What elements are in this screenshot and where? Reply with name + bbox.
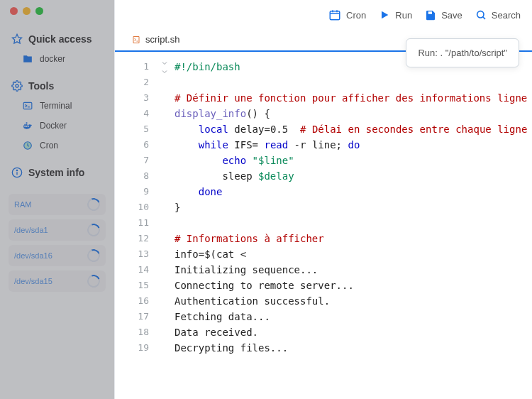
sidebar-item-label: Terminal xyxy=(40,101,72,111)
tools-header: Tools xyxy=(0,69,114,96)
quick-access-header: Quick access xyxy=(0,18,114,49)
line-number: 14 xyxy=(115,262,149,278)
metric-ram[interactable]: RAM xyxy=(9,194,106,215)
code-line[interactable]: Data received. xyxy=(174,324,532,340)
line-number: 4 xyxy=(115,106,149,121)
line-number: 13 xyxy=(115,246,149,262)
code-line[interactable]: done xyxy=(174,184,532,200)
svg-point-8 xyxy=(16,170,17,170)
tab-script-sh[interactable]: script.sh xyxy=(123,28,188,50)
line-number: 1 xyxy=(115,59,149,75)
minimize-window-button[interactable] xyxy=(23,7,31,15)
line-number-gutter: 12345678910111213141516171819 xyxy=(115,59,155,399)
main-panel: Cron Run Save Search script.sh 123456789… xyxy=(115,0,532,399)
tools-title: Tools xyxy=(28,80,54,92)
line-number: 6 xyxy=(115,137,149,153)
svg-rect-9 xyxy=(330,11,340,20)
line-number: 5 xyxy=(115,121,149,137)
line-number: 19 xyxy=(115,340,149,356)
svg-marker-0 xyxy=(12,34,21,43)
folder-icon xyxy=(23,54,33,64)
metric-label: RAM xyxy=(14,200,31,209)
chevron-down-icon xyxy=(160,67,169,76)
run-button[interactable]: Run xyxy=(379,9,412,21)
code-line[interactable]: Authentication successful. xyxy=(174,293,532,309)
code-line[interactable]: Initializing sequence... xyxy=(174,262,532,278)
tooltip-text: Run: . "/path/to/script" xyxy=(418,48,507,58)
code-editor[interactable]: 12345678910111213141516171819 #!/bin/bas… xyxy=(115,52,532,399)
maximize-window-button[interactable] xyxy=(35,7,43,15)
code-line[interactable] xyxy=(174,75,532,90)
code-line[interactable]: Fetching data... xyxy=(174,309,532,324)
line-number: 15 xyxy=(115,278,149,293)
metric-label: /dev/sda1 xyxy=(14,226,48,234)
code-line[interactable]: # Définir une fonction pour afficher des… xyxy=(174,90,532,106)
code-line[interactable]: echo "$line" xyxy=(174,153,532,168)
donut-icon xyxy=(85,247,102,264)
line-number: 8 xyxy=(115,168,149,184)
shell-file-icon xyxy=(132,35,140,44)
code-line[interactable]: Connecting to remote server... xyxy=(174,278,532,293)
system-info-header: System info xyxy=(0,155,114,182)
svg-line-15 xyxy=(482,17,484,19)
code-line[interactable]: display_info() { xyxy=(174,106,532,121)
clock-icon xyxy=(23,141,33,151)
play-icon xyxy=(379,9,390,21)
code-line[interactable]: local delay=0.5 # Délai en secondes entr… xyxy=(174,121,532,137)
run-tooltip: Run: . "/path/to/script" xyxy=(406,38,519,67)
metric-label: /dev/sda16 xyxy=(14,251,52,260)
metric-sda15[interactable]: /dev/sda15 xyxy=(9,270,106,292)
sidebar-item-docker-folder[interactable]: docker xyxy=(0,49,114,69)
code-line[interactable]: # Informations à afficher xyxy=(174,231,532,246)
sidebar-item-label: docker xyxy=(40,54,65,64)
fold-column xyxy=(155,59,174,399)
code-line[interactable]: info=$(cat < xyxy=(174,246,532,262)
line-number: 16 xyxy=(115,293,149,309)
donut-icon xyxy=(85,196,102,213)
save-icon xyxy=(425,9,436,21)
code-line[interactable]: } xyxy=(174,200,532,215)
search-button[interactable]: Search xyxy=(475,9,521,21)
line-number: 18 xyxy=(115,324,149,340)
search-icon xyxy=(475,9,487,21)
system-info-metrics: RAM /dev/sda1 /dev/sda16 /dev/sda15 xyxy=(0,182,114,292)
fold-toggle[interactable] xyxy=(155,59,174,67)
save-button[interactable]: Save xyxy=(425,9,462,21)
chevron-down-icon xyxy=(160,59,169,67)
code-content[interactable]: #!/bin/bash# Définir une fonction pour a… xyxy=(174,59,532,399)
toolbar-label: Run xyxy=(395,10,412,21)
donut-icon xyxy=(85,222,102,239)
close-window-button[interactable] xyxy=(10,7,18,15)
line-number: 11 xyxy=(115,215,149,231)
sidebar-item-docker[interactable]: Docker xyxy=(0,116,114,136)
metric-sda1[interactable]: /dev/sda1 xyxy=(9,219,106,241)
toolbar-label: Cron xyxy=(346,10,366,21)
sidebar-item-cron[interactable]: Cron xyxy=(0,136,114,155)
line-number: 12 xyxy=(115,231,149,246)
metric-label: /dev/sda15 xyxy=(14,277,52,285)
cron-button[interactable]: Cron xyxy=(328,9,366,21)
line-number: 17 xyxy=(115,309,149,324)
terminal-icon xyxy=(23,101,33,111)
sidebar-item-label: Docker xyxy=(40,121,67,131)
info-icon xyxy=(11,167,23,178)
fold-toggle[interactable] xyxy=(155,67,174,76)
sidebar-item-terminal[interactable]: Terminal xyxy=(0,96,114,116)
toolbar-label: Save xyxy=(441,10,462,21)
code-line[interactable]: while IFS= read -r line; do xyxy=(174,137,532,153)
line-number: 2 xyxy=(115,75,149,90)
code-line[interactable] xyxy=(174,215,532,231)
donut-icon xyxy=(85,273,102,290)
line-number: 7 xyxy=(115,153,149,168)
line-number: 9 xyxy=(115,184,149,200)
system-info-title: System info xyxy=(28,167,84,178)
quick-access-title: Quick access xyxy=(28,33,92,45)
window-titlebar xyxy=(0,0,114,18)
code-line[interactable]: sleep $delay xyxy=(174,168,532,184)
code-line[interactable]: Decrypting files... xyxy=(174,340,532,356)
metric-sda16[interactable]: /dev/sda16 xyxy=(9,245,106,266)
svg-rect-2 xyxy=(23,102,32,109)
sidebar-item-label: Cron xyxy=(40,141,58,151)
calendar-icon xyxy=(328,9,341,21)
svg-point-1 xyxy=(16,84,18,87)
